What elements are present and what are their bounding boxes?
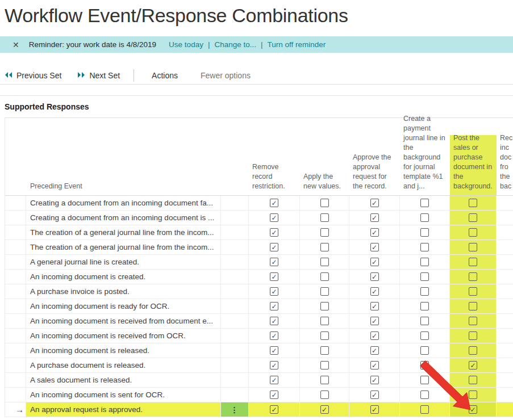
checkbox-unchecked[interactable] [469, 376, 477, 384]
checkbox-checked[interactable]: ✓ [370, 390, 379, 399]
checkbox-unchecked[interactable] [420, 390, 429, 399]
checkbox-checked[interactable]: ✓ [270, 376, 278, 384]
checkbox-checked[interactable]: ✓ [320, 405, 329, 414]
checkbox-unchecked[interactable] [320, 272, 329, 281]
actions-menu-button[interactable]: Actions [152, 71, 178, 80]
checkbox-cell[interactable]: ✓ [450, 402, 497, 417]
checkbox-unchecked[interactable] [469, 243, 477, 251]
checkbox-checked[interactable]: ✓ [270, 228, 278, 237]
fewer-options-button[interactable]: Fewer options [201, 71, 251, 80]
checkbox-cell[interactable]: ✓ [249, 388, 300, 402]
row-options-button[interactable]: ⋮ [221, 402, 249, 417]
checkbox-cell[interactable]: ✓ [249, 270, 300, 284]
checkbox-cell[interactable] [400, 388, 450, 402]
event-cell[interactable]: An incoming document is received from do… [26, 314, 221, 328]
checkbox-checked[interactable]: ✓ [370, 331, 379, 340]
checkbox-cell[interactable] [300, 284, 349, 299]
checkbox-cell[interactable]: ✓ [349, 225, 400, 240]
checkbox-checked[interactable]: ✓ [370, 199, 379, 207]
checkbox-cell[interactable] [300, 225, 349, 240]
table-row[interactable]: An incoming document is created.✓✓ [5, 270, 513, 284]
checkbox-checked[interactable]: ✓ [270, 287, 278, 296]
checkbox-cell[interactable]: ✓ [249, 196, 300, 210]
checkbox-checked[interactable]: ✓ [370, 287, 379, 296]
checkbox-cell[interactable] [450, 373, 497, 387]
response-column-header[interactable]: Post the sales or purchase document in t… [450, 118, 497, 195]
checkbox-cell[interactable] [400, 211, 450, 225]
checkbox-checked[interactable]: ✓ [370, 376, 379, 384]
checkbox-cell[interactable] [300, 314, 349, 328]
checkbox-cell[interactable] [450, 284, 497, 299]
checkbox-cell[interactable] [400, 240, 450, 254]
checkbox-unchecked[interactable] [469, 258, 477, 266]
checkbox-unchecked[interactable] [420, 331, 429, 340]
use-today-link[interactable]: Use today [169, 40, 203, 49]
checkbox-checked[interactable]: ✓ [370, 272, 379, 281]
previous-set-button[interactable]: Previous Set [5, 71, 61, 80]
checkbox-cell[interactable] [400, 402, 450, 417]
checkbox-unchecked[interactable] [420, 213, 429, 222]
checkbox-checked[interactable]: ✓ [270, 302, 278, 310]
table-row[interactable]: A purchase invoice is posted.✓✓ [5, 284, 513, 299]
checkbox-cell[interactable] [300, 299, 349, 313]
checkbox-unchecked[interactable] [320, 346, 329, 355]
checkbox-cell[interactable]: ✓ [349, 270, 400, 284]
event-cell[interactable]: An incoming document is released. [26, 343, 221, 358]
checkbox-cell[interactable] [400, 196, 450, 210]
checkbox-unchecked[interactable] [469, 302, 477, 310]
checkbox-checked[interactable]: ✓ [370, 302, 379, 310]
checkbox-checked[interactable]: ✓ [469, 361, 477, 369]
checkbox-checked[interactable]: ✓ [370, 243, 379, 251]
checkbox-cell[interactable]: ✓ [249, 373, 300, 387]
checkbox-cell[interactable]: ✓ [349, 402, 400, 417]
checkbox-unchecked[interactable] [320, 331, 329, 340]
checkbox-cell[interactable]: ✓ [249, 299, 300, 313]
checkbox-checked[interactable]: ✓ [270, 346, 278, 355]
checkbox-cell[interactable] [400, 329, 450, 343]
table-row[interactable]: Creating a document from an incoming doc… [5, 196, 513, 211]
checkbox-unchecked[interactable] [420, 243, 429, 251]
checkbox-cell[interactable] [400, 373, 450, 387]
checkbox-cell[interactable]: ✓ [249, 284, 300, 299]
event-cell[interactable]: Creating a document from an incoming doc… [26, 196, 221, 210]
table-row[interactable]: An incoming document is received from OC… [5, 329, 513, 343]
checkbox-unchecked[interactable] [469, 287, 477, 296]
event-cell[interactable]: The creation of a general journal line f… [26, 240, 221, 254]
checkbox-cell[interactable]: ✓ [349, 211, 400, 225]
checkbox-checked[interactable]: ✓ [270, 243, 278, 251]
row-selector-cell[interactable]: → [5, 402, 26, 417]
checkbox-checked[interactable]: ✓ [469, 405, 477, 414]
checkbox-cell[interactable] [300, 270, 349, 284]
checkbox-cell[interactable]: ✓ [249, 343, 300, 358]
checkbox-cell[interactable] [300, 373, 349, 387]
checkbox-cell[interactable] [450, 225, 497, 240]
checkbox-cell[interactable]: ✓ [249, 225, 300, 240]
checkbox-cell[interactable]: ✓ [349, 299, 400, 313]
checkbox-cell[interactable]: ✓ [349, 358, 400, 372]
checkbox-cell[interactable]: ✓ [249, 240, 300, 254]
checkbox-unchecked[interactable] [469, 390, 477, 399]
row-selector-cell[interactable] [5, 343, 26, 358]
event-cell[interactable]: An incoming document is ready for OCR. [26, 299, 221, 313]
checkbox-unchecked[interactable] [320, 199, 329, 207]
checkbox-cell[interactable] [400, 270, 450, 284]
row-selector-cell[interactable] [5, 314, 26, 328]
event-cell[interactable]: A general journal line is created. [26, 255, 221, 269]
table-row[interactable]: A sales document is released.✓✓ [5, 373, 513, 388]
row-selector-cell[interactable] [5, 211, 26, 225]
table-row[interactable]: An incoming document is sent for OCR.✓✓ [5, 388, 513, 402]
checkbox-checked[interactable]: ✓ [270, 331, 278, 340]
row-selector-cell[interactable] [5, 373, 26, 387]
checkbox-cell[interactable] [300, 196, 349, 210]
checkbox-unchecked[interactable] [320, 361, 329, 369]
checkbox-unchecked[interactable] [320, 317, 329, 325]
response-column-header[interactable]: Approve the approval request for the rec… [349, 118, 400, 195]
checkbox-unchecked[interactable] [469, 199, 477, 207]
checkbox-unchecked[interactable] [469, 213, 477, 222]
checkbox-cell[interactable] [400, 314, 450, 328]
event-cell[interactable]: A purchase document is released. [26, 358, 221, 372]
row-selector-cell[interactable] [5, 299, 26, 313]
checkbox-checked[interactable]: ✓ [270, 390, 278, 399]
checkbox-cell[interactable]: ✓ [349, 284, 400, 299]
checkbox-cell[interactable]: ✓ [349, 373, 400, 387]
